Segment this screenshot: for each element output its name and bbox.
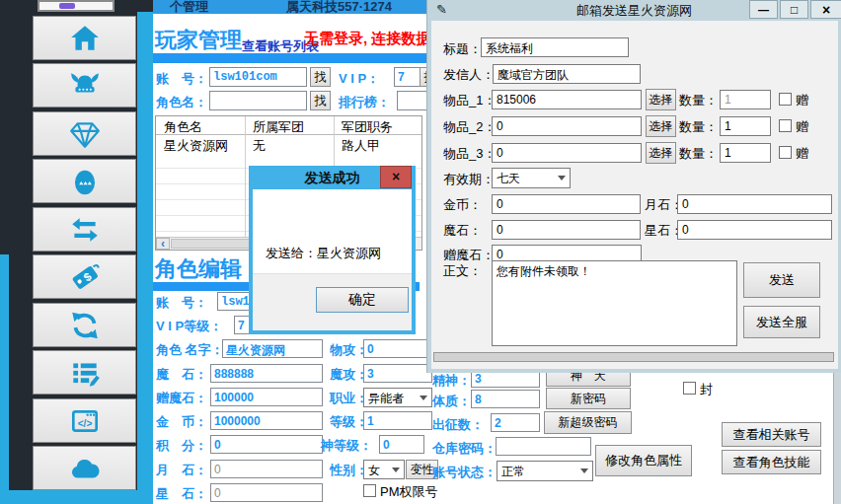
table-row[interactable]: 星火资源网 无 路人甲 [156,136,421,153]
star-stone-input[interactable]: 0 [210,483,323,502]
mail-gold-input[interactable]: 0 [492,194,641,214]
qty2-label: 数量： [679,118,718,136]
item3-choose-button[interactable]: 选择 [646,142,676,164]
gift2-checkbox[interactable] [779,119,792,132]
main-window-right-edge [833,373,841,504]
item2-input[interactable]: 0 [492,116,642,136]
send-all-button[interactable]: 发送全服 [743,306,820,338]
patk-input[interactable]: 0 [363,339,432,358]
god-level-label: 神等级： [321,437,372,455]
sender-input[interactable]: 魔域官方团队 [493,64,641,84]
mail-body-label: 正文： [443,262,482,280]
scroll-left-arrow-icon[interactable]: ‹ [156,238,170,250]
dialog-body: 发送给：星火资源网 [253,189,412,273]
item1-label: 物品_1： [443,92,496,109]
sidebar-button-price-tag[interactable]: $ [33,254,136,299]
role-editor-title: 角色编辑 [155,254,242,284]
code-window-icon: </> [68,404,102,438]
modify-role-attributes-button[interactable]: 修改角色属性 [595,445,692,476]
gift3-label: 赠 [796,145,808,163]
item3-input[interactable]: 0 [492,143,642,163]
gift3-checkbox[interactable] [779,146,792,159]
sidebar-button-diamond[interactable] [33,111,136,156]
level-input[interactable]: 1 [363,411,432,430]
rolename-label: 角色名： [156,94,207,111]
gift-magic-label: 赠魔石： [156,390,207,407]
matk-input[interactable]: 3 [363,364,432,383]
qty2-input[interactable]: 1 [720,116,771,136]
qty3-input[interactable]: 1 [720,143,771,163]
score-input[interactable]: 0 [210,435,323,454]
moon-stone-label: 月 石： [156,462,207,479]
sidebar-button-egg[interactable] [33,159,136,203]
account-search-input[interactable]: lsw101com [209,67,307,87]
qty1-input[interactable]: 1 [720,90,771,109]
item1-input[interactable]: 815006 [492,90,642,109]
sidebar-accent-bottom [0,490,153,504]
close-button[interactable]: × [810,0,841,19]
expedition-input[interactable]: 2 [491,413,540,432]
item1-choose-button[interactable]: 选择 [646,89,676,110]
dialog-message: 发送给：星火资源网 [266,245,381,262]
find-account-button[interactable]: 找 [310,67,331,87]
dialog-close-button[interactable]: × [380,166,412,188]
storage-password-input[interactable] [496,437,591,456]
mail-magic-input[interactable]: 0 [492,220,641,240]
window-title-fragment: 属天科技557·1274 [286,0,392,14]
ok-button[interactable]: 确定 [316,287,409,313]
view-role-skills-button[interactable]: 查看角色技能 [722,450,821,474]
diamond-icon [68,117,102,151]
qty3-label: 数量： [679,145,718,163]
sidebar-button-table-edit[interactable] [33,350,136,395]
sidebar-button-home[interactable] [33,16,136,60]
gender-select[interactable]: 女 [363,460,405,479]
item2-choose-button[interactable]: 选择 [646,115,676,137]
mail-moon-input[interactable]: 0 [677,194,832,214]
spirit-label: 精神： [432,372,471,390]
magic-stone-label: 魔 石： [156,366,207,384]
gift-magic-input[interactable]: 100000 [210,388,323,406]
job-select[interactable]: 异能者 [363,388,432,407]
maximize-button[interactable]: □ [780,0,808,19]
account-status-select[interactable]: 正常 [497,461,593,481]
sidebar-button-sync[interactable] [33,303,136,347]
editor-name-input[interactable]: 星火资源网 [222,339,323,358]
new-password-button[interactable]: 新密码 [546,388,631,409]
editor-account-label: 账 号： [156,294,207,312]
subject-input[interactable]: 系统福利 [481,37,629,57]
sidebar-button-code[interactable]: </> [33,398,136,443]
scroll-thumb[interactable] [171,239,260,249]
sidebar-button-swap[interactable] [33,207,136,252]
god-level-input[interactable]: 0 [379,435,424,454]
vip-label: V I P： [339,70,379,88]
constitution-input[interactable]: 8 [471,390,540,408]
expire-select[interactable]: 七天 [492,168,571,188]
expire-label: 有效期： [443,171,495,188]
chevron-down-icon [420,396,427,404]
ban-checkbox[interactable] [683,382,696,395]
moon-stone-input[interactable]: 0 [210,460,323,478]
mail-star-input[interactable]: 0 [677,220,832,240]
sidebar-button-helmet[interactable] [33,63,136,108]
find-role-button[interactable]: 找 [310,91,331,110]
mail-body-textarea[interactable]: 您有附件未领取！ [492,260,737,346]
editor-vip-label: V I P等级： [156,318,222,335]
gift1-checkbox[interactable] [779,93,792,106]
mail-magic-label: 魔石： [443,222,482,240]
score-label: 积 分： [156,437,207,455]
table-header-duty: 军团职务 [342,118,393,136]
send-button[interactable]: 发送 [743,262,820,298]
gold-input[interactable]: 1000000 [210,411,323,430]
minimize-button[interactable]: — [749,0,778,19]
window-title-fragment: 个管理 [170,0,208,14]
table-edit-icon [68,356,102,390]
sidebar: $ </> [0,0,153,504]
pm-permission-checkbox[interactable] [363,484,376,497]
magic-stone-input[interactable]: 888888 [210,364,323,383]
mail-status-bar [433,352,834,362]
sidebar-button-cloud[interactable] [33,446,136,490]
rolename-search-input[interactable] [209,91,307,110]
account-status-label: 账号状态： [432,464,497,481]
new-super-password-button[interactable]: 新超级密码 [544,411,632,434]
view-related-accounts-button[interactable]: 查看相关账号 [722,422,821,447]
